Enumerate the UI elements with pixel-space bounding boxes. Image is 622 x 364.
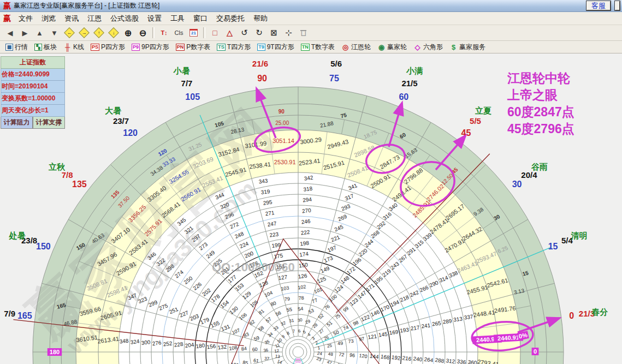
svg-text:294: 294 — [303, 196, 312, 203]
9t-square-button[interactable]: T99T四方形 — [256, 42, 295, 52]
toolbar-views: ▦行情▚板块╫K线PSP四方形P99P四方形PNP数字表TST四方形T99T四方… — [0, 41, 622, 53]
select-box-icon[interactable]: ⊠ — [267, 27, 281, 39]
rotate-ccw-icon[interactable]: ↺ — [238, 27, 251, 39]
svg-text:156: 156 — [206, 343, 216, 350]
menu-item-9[interactable]: 帮助 — [249, 13, 272, 25]
svg-text:265: 265 — [431, 320, 441, 327]
quotes-button[interactable]: ▦行情 — [4, 42, 29, 52]
rotate-cw-icon[interactable]: ↻ — [252, 27, 266, 39]
svg-text:84: 84 — [241, 345, 247, 351]
svg-text:55: 55 — [286, 307, 292, 313]
forward-icon[interactable]: ▶ — [18, 27, 32, 39]
delete-icon[interactable]: ⊔ — [297, 27, 310, 39]
t-table-icon: TN — [301, 44, 310, 51]
zoom-in-icon[interactable]: ⊕ — [121, 27, 135, 39]
p-table-button[interactable]: PNP数字表 — [175, 42, 212, 52]
svg-text:199: 199 — [271, 242, 281, 249]
sectors-button[interactable]: ▚板块 — [33, 42, 58, 52]
svg-text:小暑: 小暑 — [173, 66, 190, 75]
back-icon[interactable]: ◀ — [3, 27, 17, 39]
partial-button[interactable] — [615, 1, 620, 10]
svg-text:252: 252 — [163, 340, 173, 347]
svg-text:105: 105 — [185, 92, 200, 102]
svg-text:247: 247 — [267, 220, 277, 228]
toolbar-label: 赢家服务 — [459, 43, 485, 52]
winner-service-button[interactable]: $赢家服务 — [448, 42, 487, 52]
svg-text:223: 223 — [269, 231, 279, 238]
svg-text:73: 73 — [348, 338, 354, 344]
calc-resistance-button[interactable]: 计算阻力 — [1, 117, 33, 129]
gann-annotation: 江恩轮中轮 上帝之眼 60度2847点 45度2796点 — [507, 70, 574, 138]
9p-square-button[interactable]: P99P四方形 — [131, 42, 170, 52]
hexagon-button[interactable]: ◇六角形 — [412, 42, 444, 52]
menu-item-8[interactable]: 交易委托 — [212, 13, 249, 25]
winner-wheel-button[interactable]: ◉赢家轮 — [376, 42, 408, 52]
calendar-icon[interactable]: 21 — [187, 27, 200, 39]
svg-text:79: 79 — [284, 296, 290, 302]
svg-text:198: 198 — [300, 240, 310, 247]
annotation-line: 60度2847点 — [507, 104, 574, 121]
menu-item-1[interactable]: 浏览 — [37, 13, 60, 25]
svg-text:360: 360 — [467, 359, 477, 364]
t-square-button[interactable]: TST四方形 — [216, 42, 252, 52]
svg-text:37: 37 — [264, 356, 270, 361]
svg-text:90: 90 — [279, 109, 285, 115]
pan-up-icon[interactable]: ↑ — [92, 27, 105, 39]
gann-wheel-icon: ◎ — [341, 44, 349, 51]
calc-support-button[interactable]: 计算支撑 — [33, 117, 65, 129]
pan-right-icon[interactable]: → — [77, 27, 91, 39]
svg-text:126: 126 — [298, 272, 307, 279]
menu-item-4[interactable]: 公式选股 — [106, 13, 143, 25]
t-table-button[interactable]: TNT数字表 — [300, 42, 336, 52]
price-value: 价格=2440.9099 — [1, 69, 65, 81]
cls-button[interactable]: Cls — [172, 27, 186, 39]
svg-text:大暑: 大暑 — [105, 106, 121, 115]
svg-text:300: 300 — [141, 339, 151, 346]
svg-text:169: 169 — [389, 329, 399, 336]
svg-text:23/7: 23/7 — [113, 116, 129, 126]
svg-text:264: 264 — [424, 356, 434, 363]
menu-item-6[interactable]: 工具 — [166, 13, 189, 25]
svg-text:7/9: 7/9 — [4, 309, 15, 318]
menu-item-7[interactable]: 窗口 — [189, 13, 212, 25]
expand-icon[interactable]: ⊹ — [282, 27, 295, 39]
svg-text:清明: 清明 — [571, 231, 588, 240]
svg-text:150: 150 — [36, 242, 51, 251]
title-bar: 赢 赢家江恩专业版[赢家服务平台] - [上证指数 江恩轮] 客服 — [0, 0, 622, 12]
t-square-icon: TS — [217, 44, 226, 51]
svg-text:241: 241 — [421, 322, 431, 329]
pan-left-icon[interactable]: ← — [62, 27, 76, 39]
9t-square-icon: T9 — [257, 44, 265, 51]
down-icon[interactable]: ▼ — [48, 27, 61, 39]
menu-items: 文件浏览资讯江恩公式选股设置工具窗口交易委托帮助 — [14, 13, 272, 25]
up-icon[interactable]: ▲ — [33, 27, 46, 39]
svg-text:49: 49 — [337, 341, 343, 347]
svg-text:96: 96 — [349, 352, 356, 358]
updown-icon[interactable]: T↕ — [157, 27, 171, 39]
customer-service-button[interactable]: 客服 — [587, 1, 611, 10]
pan-down-icon[interactable]: ↓ — [106, 27, 120, 39]
menu-logo-icon: 赢 — [3, 14, 11, 23]
toolbar-separator — [152, 27, 155, 38]
svg-text:24: 24 — [317, 351, 323, 356]
square-tool-icon[interactable]: □ — [208, 27, 222, 39]
svg-text:25.00: 25.00 — [275, 120, 289, 126]
triangle-tool-icon[interactable]: △ — [223, 27, 236, 39]
svg-text:48: 48 — [328, 351, 334, 357]
svg-text:21/5: 21/5 — [401, 79, 417, 88]
gann-wheel-button[interactable]: ◎江恩轮 — [340, 42, 372, 52]
menu-item-0[interactable]: 文件 — [14, 13, 37, 25]
svg-text:246: 246 — [301, 218, 311, 225]
menu-item-2[interactable]: 资讯 — [60, 13, 83, 25]
menu-item-3[interactable]: 江恩 — [83, 13, 106, 25]
p-square-button[interactable]: PSP四方形 — [90, 42, 126, 52]
svg-text:180: 180 — [196, 342, 205, 349]
step-value: 周天变化步长=1 — [1, 105, 65, 117]
svg-text:204: 204 — [185, 342, 194, 349]
svg-text:97: 97 — [359, 336, 365, 342]
svg-text:132: 132 — [217, 343, 227, 350]
kline-button[interactable]: ╫K线 — [62, 42, 85, 52]
menu-item-5[interactable]: 设置 — [143, 13, 166, 25]
zoom-out-icon[interactable]: ⊖ — [136, 27, 150, 39]
9p-square-icon: P9 — [132, 44, 140, 51]
